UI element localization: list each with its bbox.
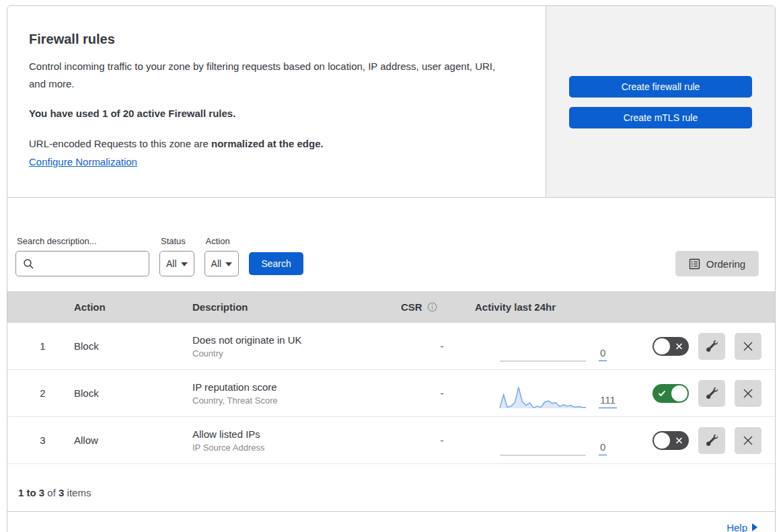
firewall-rules-panel: Firewall rules Control incoming traffic … — [7, 5, 776, 532]
rule-enabled-toggle[interactable] — [653, 384, 689, 403]
ordering-label: Ordering — [706, 258, 745, 270]
search-box[interactable] — [15, 251, 149, 276]
activity-sparkline — [499, 430, 587, 459]
rule-csr-value: - — [398, 340, 472, 352]
rule-description-fields: Country — [192, 348, 398, 358]
rule-priority: 2 — [7, 387, 71, 399]
edit-rule-button[interactable] — [698, 380, 725, 407]
action-dropdown[interactable]: All — [204, 251, 239, 276]
csr-label: CSR — [401, 301, 422, 313]
status-label: Status — [161, 236, 194, 246]
rule-description: IP reputation score Country, Threat Scor… — [190, 381, 398, 406]
activity-count-link[interactable]: 0 — [599, 441, 607, 455]
help-bar: Help — [7, 511, 775, 532]
chevron-down-icon — [181, 262, 188, 266]
table-summary: 1 to 3 of 3 items — [7, 464, 775, 511]
summary-of: of — [47, 487, 56, 498]
wrench-icon — [706, 387, 718, 399]
ordering-button[interactable]: Ordering — [675, 251, 759, 276]
rule-action: Block — [71, 340, 190, 352]
activity-count-link[interactable]: 111 — [599, 394, 617, 408]
table-row: 1 Block Does not originate in UK Country… — [7, 323, 775, 370]
normalization-note: URL-encoded Requests to this zone are no… — [29, 138, 519, 149]
close-icon — [743, 341, 753, 352]
rule-description: Does not originate in UK Country — [190, 334, 398, 358]
search-button[interactable]: Search — [249, 252, 303, 275]
x-icon — [675, 342, 683, 350]
filter-bar: Search description... Status All Action … — [7, 198, 775, 276]
table-row: 2 Block IP reputation score Country, Thr… — [7, 370, 775, 417]
page-description: Control incoming traffic to your zone by… — [29, 58, 503, 93]
rule-enabled-toggle[interactable] — [653, 337, 689, 356]
rule-activity: 0 — [472, 323, 626, 369]
actions-panel: Create firewall rule Create mTLS rule — [546, 6, 775, 197]
summary-items: items — [67, 487, 91, 498]
help-arrow-icon — [752, 523, 757, 531]
rule-controls — [626, 380, 775, 407]
status-value: All — [166, 258, 177, 269]
help-label: Help — [727, 522, 747, 532]
x-icon — [675, 436, 683, 444]
wrench-icon — [706, 340, 718, 352]
wrench-icon — [706, 434, 718, 446]
rule-description-fields: IP Source Address — [192, 443, 398, 453]
rule-action: Allow — [71, 434, 190, 446]
rule-priority: 3 — [7, 434, 71, 446]
rule-description-title: IP reputation score — [192, 381, 398, 393]
activity-count-link[interactable]: 0 — [599, 347, 607, 361]
delete-rule-button[interactable] — [735, 427, 761, 454]
table-header: Action Description CSR Activity last 24h… — [7, 291, 775, 323]
search-input[interactable] — [34, 252, 156, 276]
edit-rule-button[interactable] — [698, 427, 725, 454]
rule-csr-value: - — [398, 434, 472, 446]
rule-description-title: Does not originate in UK — [192, 334, 398, 346]
csr-column-header: CSR — [398, 301, 472, 313]
toggle-knob — [654, 338, 670, 354]
close-icon — [743, 435, 753, 446]
rule-activity: 111 — [472, 370, 626, 416]
create-mtls-rule-button[interactable]: Create mTLS rule — [569, 107, 752, 128]
action-column-header: Action — [71, 301, 190, 313]
delete-rule-button[interactable] — [735, 333, 761, 360]
close-icon — [743, 388, 753, 399]
activity-column-header: Activity last 24hr — [472, 301, 626, 313]
normalization-bold-text: normalized at the edge. — [211, 138, 324, 149]
rule-description-fields: Country, Threat Score — [192, 395, 398, 406]
chevron-down-icon — [225, 262, 232, 266]
rule-description-title: Allow listed IPs — [192, 428, 398, 440]
normalization-text: URL-encoded Requests to this zone are — [29, 138, 211, 149]
rule-csr-value: - — [398, 387, 472, 399]
header-text-card: Firewall rules Control incoming traffic … — [7, 6, 546, 197]
rule-activity: 0 — [472, 417, 626, 463]
ordering-icon — [689, 258, 700, 270]
table-row: 3 Allow Allow listed IPs IP Source Addre… — [7, 417, 775, 464]
toggle-knob — [671, 385, 687, 402]
usage-note: You have used 1 of 20 active Firewall ru… — [29, 108, 519, 119]
check-icon — [658, 389, 666, 397]
rule-controls — [626, 427, 775, 454]
configure-normalization-link[interactable]: Configure Normalization — [29, 156, 137, 167]
rule-description: Allow listed IPs IP Source Address — [190, 428, 398, 453]
summary-total: 3 — [59, 487, 64, 498]
description-column-header: Description — [190, 301, 398, 313]
rule-controls — [626, 333, 775, 360]
toggle-knob — [654, 432, 670, 449]
status-dropdown[interactable]: All — [159, 251, 194, 276]
summary-range: 1 to 3 — [18, 487, 44, 498]
action-value: All — [211, 258, 222, 269]
activity-sparkline — [499, 383, 587, 412]
activity-sparkline — [499, 336, 587, 365]
action-label: Action — [206, 236, 239, 246]
rule-enabled-toggle[interactable] — [653, 431, 689, 450]
search-icon — [23, 258, 34, 270]
page-title: Firewall rules — [29, 32, 519, 47]
rule-priority: 1 — [7, 340, 71, 352]
help-link[interactable]: Help — [727, 522, 757, 532]
search-label: Search description... — [17, 236, 149, 246]
header-section: Firewall rules Control incoming traffic … — [7, 6, 775, 198]
delete-rule-button[interactable] — [735, 380, 761, 407]
create-firewall-rule-button[interactable]: Create firewall rule — [569, 76, 752, 98]
info-icon[interactable] — [427, 302, 437, 312]
rule-action: Block — [71, 387, 190, 399]
edit-rule-button[interactable] — [698, 333, 725, 360]
